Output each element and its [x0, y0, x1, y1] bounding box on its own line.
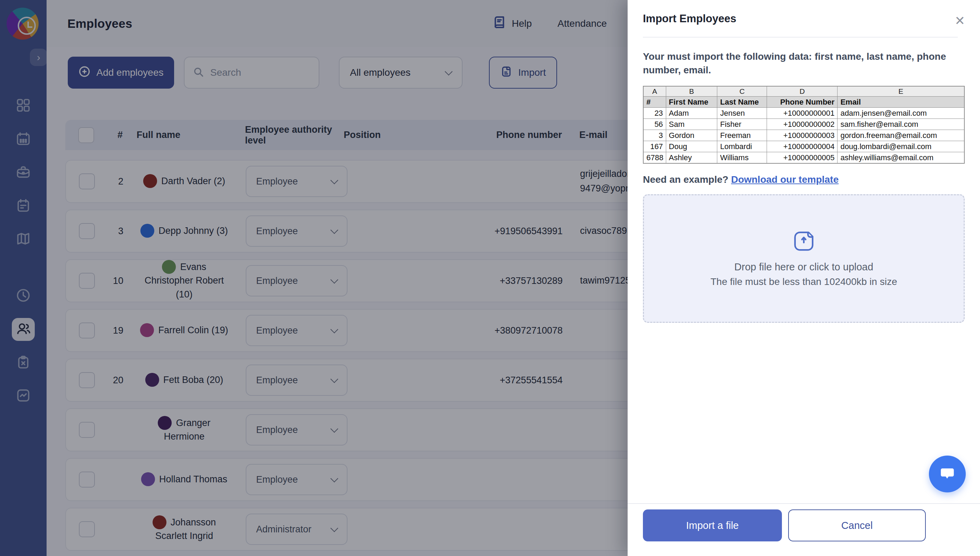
import-a-file-button[interactable]: Import a file — [643, 509, 782, 541]
example-spreadsheet: ABCDE#First NameLast NamePhone NumberEma… — [643, 86, 965, 164]
file-dropzone[interactable]: Drop file here or click to upload The fi… — [643, 194, 965, 323]
sheet-cell: 3 — [644, 130, 666, 141]
sheet-header-cell: First Name — [666, 97, 717, 108]
sheet-cell: +10000000004 — [767, 141, 838, 152]
sheet-cell: doug.lombardi@email.com — [838, 141, 964, 152]
chat-bubble-icon — [938, 464, 957, 485]
sheet-cell: 6788 — [644, 152, 666, 163]
modal-overlay[interactable] — [0, 0, 628, 556]
sheet-cell: Fisher — [717, 119, 767, 130]
sheet-cell: +10000000005 — [767, 152, 838, 163]
sheet-col-letter: A — [644, 87, 666, 97]
cancel-button[interactable]: Cancel — [788, 509, 926, 541]
import-instruction: Your must import the following data: fir… — [628, 37, 980, 77]
sheet-cell: adam.jensen@email.com — [838, 108, 964, 119]
sheet-cell: +10000000001 — [767, 108, 838, 119]
panel-footer: Import a file Cancel — [628, 503, 980, 556]
sheet-header-cell: # — [644, 97, 666, 108]
sheet-header-cell: Phone Number — [767, 97, 838, 108]
sheet-cell: 56 — [644, 119, 666, 130]
sheet-cell: Adam — [666, 108, 717, 119]
upload-file-icon — [793, 230, 815, 254]
sheet-cell: Williams — [717, 152, 767, 163]
sheet-header-cell: Email — [838, 97, 964, 108]
example-prefix: Need an example? — [643, 174, 731, 185]
sheet-cell: +10000000002 — [767, 119, 838, 130]
sheet-cell: Doug — [666, 141, 717, 152]
sheet-cell: Ashley — [666, 152, 717, 163]
sheet-col-letter: D — [767, 87, 838, 97]
app-window: › Employees Help Attendance — [0, 0, 980, 556]
dropzone-line2: The file must be less than 102400kb in s… — [711, 276, 897, 288]
sheet-col-letter: B — [666, 87, 717, 97]
sheet-cell: ashley.williams@email.com — [838, 152, 964, 163]
download-template-link[interactable]: Download our template — [731, 174, 839, 185]
sheet-cell: 167 — [644, 141, 666, 152]
close-button[interactable]: ✕ — [952, 13, 967, 29]
sheet-cell: sam.fisher@email.com — [838, 119, 964, 130]
sheet-cell: Jensen — [717, 108, 767, 119]
sheet-cell: Gordon — [666, 130, 717, 141]
sheet-col-letter: E — [838, 87, 964, 97]
panel-title: Import Employees — [643, 13, 965, 25]
sheet-cell: Freeman — [717, 130, 767, 141]
sheet-header-cell: Last Name — [717, 97, 767, 108]
close-icon: ✕ — [955, 13, 965, 28]
chat-fab[interactable] — [929, 456, 966, 492]
sheet-cell: Lombardi — [717, 141, 767, 152]
sheet-col-letter: C — [717, 87, 767, 97]
import-employees-panel: Import Employees ✕ Your must import the … — [628, 0, 980, 556]
sheet-cell: 23 — [644, 108, 666, 119]
sheet-cell: +10000000003 — [767, 130, 838, 141]
sheet-cell: gordon.freeman@email.com — [838, 130, 964, 141]
dropzone-line1: Drop file here or click to upload — [734, 261, 873, 273]
sheet-cell: Sam — [666, 119, 717, 130]
example-line: Need an example? Download our template — [628, 164, 980, 185]
